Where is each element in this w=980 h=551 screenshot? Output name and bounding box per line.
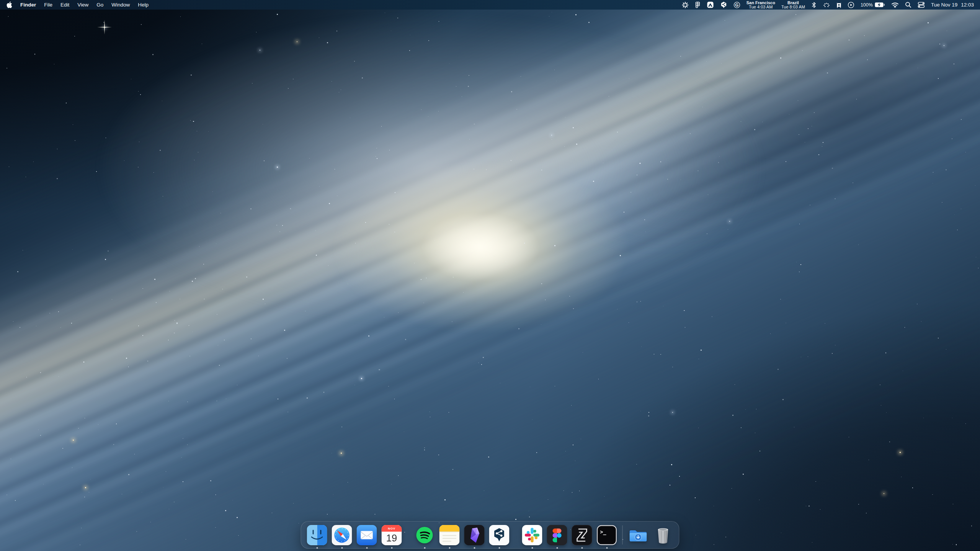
g-circle-icon[interactable]: G xyxy=(733,2,740,8)
menu-bar-time: 12:03 xyxy=(961,2,974,8)
dock-folder-downloads[interactable] xyxy=(628,525,648,545)
running-indicator xyxy=(556,547,558,549)
apple-menu[interactable] xyxy=(7,2,12,8)
world-clock-san-francisco[interactable]: San Francisco Tue 4:03 AM xyxy=(746,1,775,9)
menu-bar-date: Tue Nov 19 xyxy=(931,2,957,8)
menu-file[interactable]: File xyxy=(44,2,52,8)
menu-window[interactable]: Window xyxy=(111,2,130,8)
running-indicator xyxy=(449,547,450,549)
running-indicator xyxy=(391,547,392,549)
running-indicator xyxy=(498,547,500,549)
menu-help[interactable]: Help xyxy=(138,2,149,8)
calendar-icon: NOV 19 xyxy=(382,525,402,545)
apple-logo-icon xyxy=(7,2,12,8)
running-indicator xyxy=(316,547,318,549)
downloads-folder-icon xyxy=(628,525,648,545)
figma-icon xyxy=(547,525,567,545)
control-center-icon[interactable] xyxy=(918,2,925,8)
figma-outline-icon[interactable] xyxy=(695,1,701,8)
menu-edit[interactable]: Edit xyxy=(60,2,69,8)
terminal-icon: >_ xyxy=(597,525,617,545)
svg-text:G: G xyxy=(735,2,738,7)
running-indicator xyxy=(474,547,475,549)
hexagon-share-bubble-icon xyxy=(489,525,510,545)
trash-icon xyxy=(653,525,673,545)
dock: NOV 19 xyxy=(301,521,679,549)
finder-icon xyxy=(307,525,327,545)
zed-icon xyxy=(572,525,592,545)
svg-text:>_: >_ xyxy=(600,529,606,535)
dock-app-figma[interactable] xyxy=(547,525,567,545)
dock-app-obsidian[interactable] xyxy=(464,525,485,545)
dock-app-finder[interactable] xyxy=(307,525,327,545)
running-indicator xyxy=(581,547,583,549)
starfield xyxy=(0,0,980,551)
battery-percent: 100% xyxy=(861,2,873,8)
dock-divider xyxy=(622,525,623,544)
menu-bar: Finder File Edit View Go Window Help xyxy=(0,0,980,10)
dock-trash[interactable] xyxy=(653,525,673,545)
dock-app-slack[interactable] xyxy=(522,525,542,545)
menu-bar-status-area: G San Francisco Tue 4:03 AM Brazil Tue 8… xyxy=(682,1,980,9)
world-clock-brazil[interactable]: Brazil Tue 8:03 AM xyxy=(781,1,805,9)
triangle-app-icon[interactable] xyxy=(707,1,714,8)
dock-app-zed[interactable] xyxy=(572,525,592,545)
running-indicator xyxy=(606,547,608,549)
running-indicator xyxy=(424,547,425,549)
running-indicator xyxy=(366,547,368,549)
battery-icon xyxy=(875,2,885,7)
spotlight-search-icon[interactable] xyxy=(905,2,911,8)
dots-arc-icon[interactable] xyxy=(823,2,830,8)
slack-icon xyxy=(522,525,542,545)
svg-text:19: 19 xyxy=(386,533,397,543)
menu-bar-clock[interactable]: Tue Nov 19 12:03 xyxy=(931,2,974,8)
now-playing-icon[interactable] xyxy=(848,2,854,8)
active-app-menu[interactable]: Finder xyxy=(20,2,36,8)
hexagon-share-icon[interactable] xyxy=(720,1,727,8)
dock-app-safari[interactable] xyxy=(332,525,352,545)
dock-app-calendar[interactable]: NOV 19 xyxy=(382,525,402,545)
wifi-icon[interactable] xyxy=(891,2,899,8)
spotify-icon xyxy=(415,525,435,545)
safari-icon xyxy=(332,525,352,545)
obsidian-icon xyxy=(464,525,485,545)
desktop-wallpaper xyxy=(0,0,980,551)
dock-app-spotify[interactable] xyxy=(415,525,435,545)
mail-icon xyxy=(357,525,377,545)
menu-go[interactable]: Go xyxy=(96,2,103,8)
dock-app-notes[interactable] xyxy=(439,525,460,545)
dock-app-pop[interactable] xyxy=(489,525,510,545)
sunburst-icon[interactable] xyxy=(682,2,689,8)
menu-bar-left: Finder File Edit View Go Window Help xyxy=(0,2,149,8)
svg-text:NOV: NOV xyxy=(388,527,395,530)
dock-app-mail[interactable] xyxy=(357,525,377,545)
menu-view[interactable]: View xyxy=(77,2,88,8)
battery-indicator[interactable]: 100% xyxy=(861,2,885,8)
iphone-mirroring-icon[interactable] xyxy=(836,2,841,8)
running-indicator xyxy=(341,547,343,549)
running-indicator xyxy=(531,547,533,549)
bluetooth-icon[interactable] xyxy=(811,2,817,8)
notes-icon xyxy=(439,525,460,545)
dock-app-terminal[interactable]: >_ xyxy=(597,525,617,545)
